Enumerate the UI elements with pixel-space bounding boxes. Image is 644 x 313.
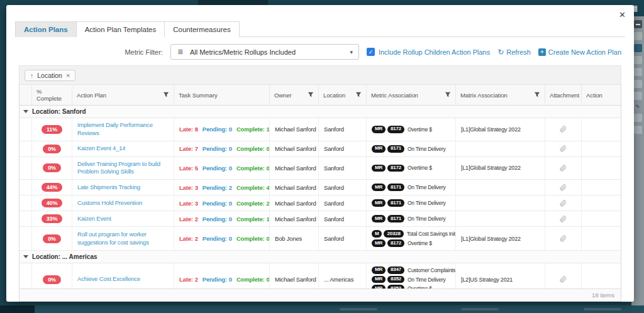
remove-group-icon[interactable]: × [66, 72, 70, 79]
metric-association-cell: MR8172Overtime $ [367, 118, 456, 141]
attachment-icon[interactable] [560, 145, 567, 152]
column-label: Metric Association [371, 92, 418, 99]
action-plan-link[interactable]: Implement Daily Performance Reviews [72, 118, 174, 141]
percent-complete-cell: 44% [32, 180, 72, 195]
action-plan-link[interactable]: Kaizen Event 4_14 [72, 141, 174, 156]
tab-action-plan-templates[interactable]: Action Plan Templates [76, 21, 165, 37]
action-plan-link[interactable]: Achieve Cost Excellence [72, 263, 174, 288]
action-plan-link[interactable]: Roll out program for worker suggestions … [72, 227, 174, 250]
column-header[interactable]: Action [582, 85, 618, 105]
metric-filter-dropdown[interactable]: ≣ All Metrics/Metric Rollups Included ▾ [170, 44, 359, 60]
grid-body[interactable]: Location: Sanford11%Implement Daily Perf… [19, 106, 621, 288]
attachment-cell [545, 157, 582, 180]
metric-association-cell: MR8172Overtime $ [367, 157, 456, 180]
panel-tile[interactable] [634, 80, 642, 88]
metric-association[interactable]: MR8172Overtime $ [372, 126, 432, 133]
column-header[interactable]: Matrix Association [456, 85, 545, 105]
metric-name: Overtime $ [408, 165, 432, 171]
attachment-icon[interactable] [560, 184, 567, 191]
sort-ascending-icon[interactable]: ↑ [30, 72, 33, 79]
collapse-caret-icon[interactable] [23, 110, 28, 113]
table-row: 0%Roll out program for worker suggestion… [19, 227, 621, 251]
column-header[interactable]: Metric Association [367, 85, 456, 105]
metric-id-pill: 8171 [387, 145, 404, 153]
metric-association[interactable]: MR8171On Time Delivery [372, 184, 445, 191]
metric-type-pill: MR [372, 276, 386, 283]
attachment-icon[interactable] [560, 126, 567, 133]
metric-association[interactable]: MR8172Overtime $ [372, 165, 432, 172]
action-plan-link[interactable]: Kaizen Event [72, 211, 174, 226]
collapse-panel-button[interactable] [634, 20, 642, 28]
close-icon[interactable]: ✕ [619, 11, 626, 19]
task-summary-cell: Late:2Pending:0Complete:0 [174, 263, 270, 288]
group-label: Location: ... Americas [32, 253, 97, 260]
action-plan-link[interactable]: Customs Hold Prevention [72, 195, 174, 211]
filter-icon[interactable] [163, 92, 169, 98]
metric-association[interactable]: MR8172Overtime $ [372, 239, 432, 247]
metric-association[interactable]: MR8347Customer Complaints PPM [372, 266, 456, 274]
indent-cell [19, 141, 32, 156]
attachment-icon[interactable] [560, 165, 567, 172]
owner-cell: Michael Sanford [270, 141, 319, 156]
matrix-association-cell: [L1]Global Strategy 2022 [456, 227, 545, 250]
panel-tile[interactable] [634, 126, 642, 134]
attachment-icon[interactable] [560, 276, 567, 283]
metric-id-pill: 20328 [384, 230, 403, 238]
group-chip-label: Location [37, 72, 62, 79]
checkbox-checked-icon[interactable]: ✓ [367, 48, 375, 56]
chevron-down-icon: ▾ [344, 49, 358, 55]
column-header[interactable]: Owner [270, 85, 319, 105]
attachment-cell [545, 227, 582, 250]
attachment-icon[interactable] [560, 235, 567, 242]
column-header[interactable] [19, 85, 32, 105]
panel-tile[interactable] [634, 68, 642, 76]
metric-id-pill: 8352 [387, 276, 404, 283]
panel-tile[interactable] [634, 56, 642, 64]
attachment-icon[interactable] [560, 216, 567, 222]
panel-tile[interactable] [634, 32, 642, 40]
metric-association[interactable]: MR8171On Time Delivery [372, 199, 445, 207]
group-label: Location: Sanford [32, 108, 86, 115]
percent-complete-cell: 33% [32, 211, 72, 226]
panel-tile[interactable] [634, 92, 642, 100]
column-header[interactable]: % Complete [32, 85, 72, 105]
tab-action-plans[interactable]: Action Plans [15, 21, 77, 37]
metric-filter-value: All Metrics/Metric Rollups Included [190, 48, 344, 56]
edit-pencil-icon[interactable]: ✎ [635, 104, 640, 110]
group-header[interactable]: Location: Sanford [19, 106, 621, 118]
filter-icon[interactable] [534, 92, 540, 98]
metric-id-pill: 8171 [387, 215, 404, 222]
metric-association[interactable]: MR8171On Time Delivery [372, 215, 445, 222]
filter-icon[interactable] [445, 92, 451, 98]
metric-association[interactable]: M20328Total Cost Savings Initiative [372, 230, 456, 238]
task-summary-cell: Late:5Pending:0Complete:0 [174, 157, 270, 180]
collapse-caret-icon[interactable] [23, 255, 28, 258]
include-rollup-checkbox-wrap[interactable]: ✓ Include Rollup Children Action Plans [367, 48, 490, 56]
column-header[interactable]: Task Summary [174, 85, 270, 105]
filter-icon[interactable] [308, 92, 314, 98]
filter-icon[interactable] [355, 92, 362, 98]
column-label: Attachment [550, 92, 579, 99]
column-header[interactable]: Attachment [545, 85, 582, 105]
attachment-icon[interactable] [560, 200, 567, 207]
tab-countermeasures[interactable]: Countermeasures [164, 21, 239, 37]
column-header[interactable]: Location [319, 85, 367, 105]
attachment-cell [545, 211, 582, 226]
column-label: Action [586, 92, 602, 99]
group-header[interactable]: Location: ... Americas [19, 251, 621, 263]
matrix-association-cell: [L1]Global Strategy 2022 [456, 118, 545, 141]
panel-tile-selected[interactable] [634, 44, 642, 52]
task-summary-cell: Late:3Pending:2Complete:4 [174, 180, 270, 195]
indent-cell [19, 263, 32, 288]
action-plan-link[interactable]: Late Shipments Tracking [72, 180, 174, 195]
action-plan-link[interactable]: Deliver Training Program to build Proble… [72, 157, 174, 180]
panel-tile[interactable] [634, 114, 642, 122]
metric-association[interactable]: MR8171On Time Delivery [372, 145, 445, 153]
group-chip-location[interactable]: ↑ Location × [25, 70, 75, 81]
column-header[interactable]: Action Plan [72, 85, 174, 105]
refresh-button[interactable]: ↻ Refresh [497, 48, 531, 57]
metric-association[interactable]: MR8352On Time Delivery [372, 276, 445, 283]
column-label: Matrix Association [460, 92, 508, 99]
table-row: 11%Implement Daily Performance ReviewsLa… [19, 118, 621, 141]
create-new-action-plan-button[interactable]: + Create New Action Plan [538, 48, 621, 56]
